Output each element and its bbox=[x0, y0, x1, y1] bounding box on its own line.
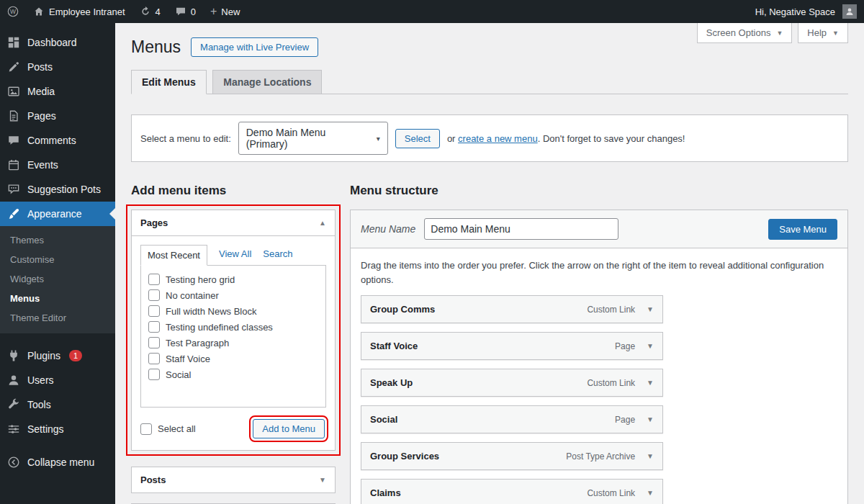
page-checkbox[interactable] bbox=[148, 274, 160, 285]
sidebar-item-events[interactable]: Events bbox=[0, 153, 115, 177]
sidebar-item-settings[interactable]: Settings bbox=[0, 417, 115, 441]
item-expand-icon[interactable]: ▼ bbox=[647, 489, 654, 497]
sidebar-item-label: Posts bbox=[27, 61, 53, 73]
svg-text:W: W bbox=[10, 8, 16, 15]
accordion-expand-icon[interactable]: ▼ bbox=[319, 476, 326, 484]
sidebar-item-pages[interactable]: Pages bbox=[0, 104, 115, 128]
sidebar-item-label: Media bbox=[27, 86, 55, 97]
menu-item-row[interactable]: Group Comms Custom Link ▼ bbox=[361, 295, 663, 323]
page-checkbox[interactable] bbox=[148, 369, 160, 380]
select-menu-button[interactable]: Select bbox=[395, 129, 440, 148]
submenu-item-menus[interactable]: Menus bbox=[0, 289, 115, 308]
page-checkbox[interactable] bbox=[148, 289, 160, 301]
drag-instructions: Drag the items into the order you prefer… bbox=[361, 258, 837, 287]
menu-select-bar: Select a menu to edit: Demo Main Menu (P… bbox=[131, 114, 848, 162]
menu-select-dropdown[interactable]: Demo Main Menu (Primary) ▾ bbox=[238, 122, 388, 155]
sidebar-item-dashboard[interactable]: Dashboard bbox=[0, 30, 115, 55]
plus-icon: + bbox=[210, 6, 217, 17]
sidebar-item-suggestion-pots[interactable]: Suggestion Pots bbox=[0, 177, 115, 202]
sidebar-item-posts[interactable]: Posts bbox=[0, 55, 115, 79]
page-checkbox[interactable] bbox=[148, 353, 160, 364]
item-expand-icon[interactable]: ▼ bbox=[647, 452, 654, 460]
menu-item-row[interactable]: Claims Custom Link ▼ bbox=[361, 479, 663, 504]
item-expand-icon[interactable]: ▼ bbox=[647, 379, 654, 387]
account-menu[interactable]: Hi, Negative Space bbox=[748, 0, 864, 23]
greeting-label: Hi, Negative Space bbox=[755, 6, 835, 17]
menu-name-input[interactable] bbox=[424, 218, 618, 240]
select-all-row[interactable]: Select all bbox=[140, 421, 196, 437]
item-expand-icon[interactable]: ▼ bbox=[647, 342, 654, 350]
add-menu-items-heading: Add menu items bbox=[131, 184, 336, 198]
site-name-menu[interactable]: Employee Intranet bbox=[26, 0, 132, 23]
tab-manage-locations[interactable]: Manage Locations bbox=[212, 70, 322, 94]
help-button[interactable]: Help ▼ bbox=[798, 23, 848, 43]
submenu-item-widgets[interactable]: Widgets bbox=[0, 269, 115, 289]
comments-indicator[interactable]: 0 bbox=[168, 0, 203, 23]
plug-icon bbox=[7, 349, 20, 362]
page-item-label: Social bbox=[166, 369, 191, 380]
screen-options-button[interactable]: Screen Options ▼ bbox=[697, 23, 793, 43]
page-checkbox-item[interactable]: Test Paragraph bbox=[148, 335, 318, 351]
menu-item-row[interactable]: Speak Up Custom Link ▼ bbox=[361, 369, 663, 397]
admin-content: Screen Options ▼ Help ▼ Menus Manage wit… bbox=[115, 23, 864, 504]
live-preview-button[interactable]: Manage with Live Preview bbox=[191, 37, 318, 57]
page-checkbox-item[interactable]: No container bbox=[148, 287, 318, 303]
calendar-icon bbox=[7, 158, 20, 171]
submenu-item-customise[interactable]: Customise bbox=[0, 250, 115, 269]
posts-accordion-header[interactable]: Posts ▼ bbox=[132, 467, 335, 492]
updates-indicator[interactable]: 4 bbox=[132, 0, 168, 23]
accordion-collapse-icon[interactable]: ▲ bbox=[319, 219, 326, 227]
menu-item-row[interactable]: Social Page ▼ bbox=[361, 405, 663, 433]
page-checkbox-item[interactable]: Testing hero grid bbox=[148, 271, 318, 287]
pages-accordion-header[interactable]: Pages ▲ bbox=[132, 210, 335, 236]
sidebar-item-plugins[interactable]: Plugins 1 bbox=[0, 343, 115, 368]
sidebar-item-comments[interactable]: Comments bbox=[0, 128, 115, 153]
submenu-item-themes[interactable]: Themes bbox=[0, 230, 115, 250]
help-label: Help bbox=[807, 27, 827, 38]
sidebar-item-tools[interactable]: Tools bbox=[0, 392, 115, 417]
tab-view-all[interactable]: View All bbox=[219, 248, 251, 265]
sidebar-item-collapse-menu[interactable]: Collapse menu bbox=[0, 450, 115, 474]
comments-count: 0 bbox=[191, 6, 196, 17]
comments-icon bbox=[7, 134, 20, 147]
sidebar-item-users[interactable]: Users bbox=[0, 368, 115, 392]
menu-item-row[interactable]: Group Services Post Type Archive ▼ bbox=[361, 442, 663, 470]
posts-accordion-title: Posts bbox=[140, 474, 166, 485]
select-all-checkbox[interactable] bbox=[140, 423, 152, 435]
save-menu-button[interactable]: Save Menu bbox=[768, 219, 837, 240]
menu-item-type: Custom Link bbox=[587, 305, 635, 315]
sidebar-item-media[interactable]: Media bbox=[0, 79, 115, 104]
tab-most-recent[interactable]: Most Recent bbox=[140, 245, 207, 266]
tab-edit-menus[interactable]: Edit Menus bbox=[131, 70, 207, 94]
page-checkbox-item[interactable]: Social bbox=[148, 366, 318, 382]
page-checkbox[interactable] bbox=[148, 305, 160, 317]
page-checkbox-item[interactable]: Testing undefined classes bbox=[148, 319, 318, 335]
dashboard-icon bbox=[7, 36, 20, 49]
sidebar-item-appearance[interactable]: Appearance bbox=[0, 202, 115, 226]
wordpress-logo-button[interactable]: W bbox=[0, 0, 26, 23]
page-checkbox-item[interactable]: Full width News Block bbox=[148, 303, 318, 319]
tab-search[interactable]: Search bbox=[263, 248, 292, 265]
item-expand-icon[interactable]: ▼ bbox=[647, 305, 654, 313]
page-checkbox[interactable] bbox=[148, 321, 160, 333]
current-menu-arrow bbox=[104, 208, 115, 220]
submenu-item-theme-editor[interactable]: Theme Editor bbox=[0, 308, 115, 328]
sidebar-item-label: Plugins bbox=[27, 350, 60, 361]
create-new-menu-link[interactable]: create a new menu bbox=[458, 133, 538, 144]
collapse-arrow-icon bbox=[7, 456, 20, 469]
posts-icon bbox=[7, 60, 20, 73]
menu-item-type: Custom Link bbox=[587, 378, 635, 388]
menu-item-row[interactable]: Staff Voice Page ▼ bbox=[361, 332, 663, 360]
menu-name-label: Menu Name bbox=[361, 223, 415, 235]
page-checkbox-item[interactable]: Staff Voice bbox=[148, 351, 318, 366]
pages-accordion: Pages ▲ Most Recent View All Search T bbox=[131, 210, 336, 451]
pages-accordion-title: Pages bbox=[140, 217, 168, 228]
new-content-button[interactable]: + New bbox=[203, 0, 247, 23]
sliders-icon bbox=[7, 423, 20, 436]
item-expand-icon[interactable]: ▼ bbox=[647, 415, 654, 423]
page-checkbox[interactable] bbox=[148, 337, 160, 348]
create-menu-hint: or create a new menu. Don't forget to sa… bbox=[447, 133, 685, 144]
menu-item-label: Group Comms bbox=[370, 304, 587, 315]
menu-item-label: Speak Up bbox=[370, 377, 587, 388]
add-to-menu-button[interactable]: Add to Menu bbox=[253, 419, 325, 438]
